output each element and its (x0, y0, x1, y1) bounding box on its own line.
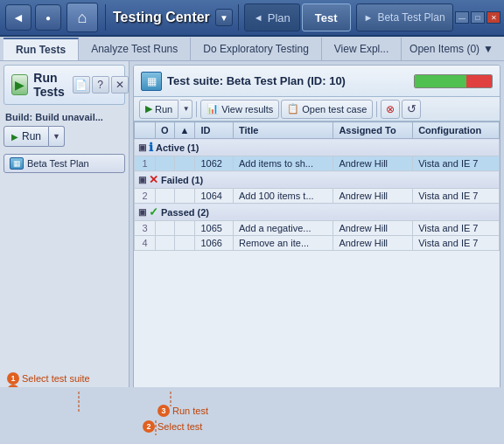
table-row[interactable]: 3 1065 Add a negative... Andrew Hill Vis… (135, 221, 500, 236)
tab-run-tests[interactable]: Run Tests (4, 38, 79, 60)
row-sort (174, 156, 195, 171)
row-config: Vista and IE 7 (413, 189, 500, 204)
expand-active-icon[interactable]: ▣ (138, 142, 146, 152)
run-dropdown-button[interactable]: ▼ (49, 126, 65, 147)
tab-exploratory[interactable]: Do Exploratory Testing (191, 38, 322, 60)
section-active-label: ▣ ℹ Active (1) (135, 139, 500, 156)
col-id[interactable]: ID (195, 122, 234, 139)
table-header-row: O ▲ ID Title Assigned To Configuration (135, 122, 500, 139)
expand-passed-icon[interactable]: ▣ (138, 207, 146, 217)
tab-view-expl-label: View Expl... (334, 43, 388, 55)
open-test-case-button[interactable]: 📋 Open test case (281, 100, 373, 119)
plan-arrow-icon: ◄ (254, 12, 263, 23)
home-button[interactable]: ⌂ (66, 3, 98, 32)
tests-grid: O ▲ ID Title Assigned To Configuration ▣ (134, 121, 500, 251)
test-label: Test (315, 11, 338, 24)
suite-header-icon: ▦ (141, 72, 162, 91)
nav-separator2 (238, 4, 239, 31)
plan-label: Plan (268, 11, 290, 24)
toolbar-run-dropdown[interactable]: ▼ (180, 100, 192, 119)
right-panel: ▦ Test suite: Beta Test Plan (ID: 10) ▶ … (133, 65, 500, 441)
run-tests-title: Run Tests (33, 71, 72, 99)
suite-icon: ▦ (10, 157, 24, 170)
toolbar-run-label: Run (155, 104, 172, 114)
run-tests-icon: ▶ (11, 74, 28, 95)
suite-item[interactable]: ▦ Beta Test Plan (4, 154, 125, 173)
tab-analyze[interactable]: Analyze Test Runs (79, 38, 191, 60)
callout-2-number: 2 (7, 397, 19, 409)
minimize-button[interactable]: — (455, 11, 469, 24)
row-num: 2 (135, 189, 156, 204)
title-dropdown-button[interactable]: ▼ (215, 9, 233, 26)
row-sort (174, 221, 195, 236)
suite-label: Beta Test Plan (27, 158, 89, 169)
tab-view-expl[interactable]: View Expl... (322, 38, 402, 60)
open-test-icon: 📋 (287, 103, 299, 114)
tab-open-items[interactable]: Open Items (0) ▼ (402, 39, 500, 59)
help-button[interactable]: ? (92, 76, 109, 94)
callout-3-text: Run test (22, 385, 58, 396)
section-passed: ▣ ✓ Passed (2) (135, 204, 500, 221)
row-o (156, 221, 175, 236)
row-num: 3 (135, 221, 156, 236)
tab-exploratory-label: Do Exploratory Testing (203, 43, 309, 55)
forward-button[interactable]: ● (35, 4, 61, 31)
row-config: Vista and IE 7 (413, 221, 500, 236)
row-o (156, 156, 175, 171)
row-assigned: Andrew Hill (333, 221, 413, 236)
section-active: ▣ ℹ Active (1) (135, 139, 500, 156)
col-sort[interactable]: ▲ (174, 122, 195, 139)
row-id: 1066 (195, 236, 234, 251)
refresh-button[interactable]: ↺ (402, 100, 421, 119)
close-window-button[interactable]: ✕ (486, 11, 500, 24)
play-icon: ▶ (11, 132, 18, 142)
view-results-button[interactable]: 📊 View results (200, 100, 279, 119)
progress-red (466, 75, 492, 87)
test-table[interactable]: O ▲ ID Title Assigned To Configuration ▣ (134, 121, 500, 440)
table-row[interactable]: 4 1066 Remove an ite... Andrew Hill Vist… (135, 236, 500, 251)
table-row[interactable]: 2 1064 Add 100 items t... Andrew Hill Vi… (135, 189, 500, 204)
row-config: Vista and IE 7 (413, 236, 500, 251)
stop-button[interactable]: ⊗ (381, 100, 400, 119)
app-title: Testing Center (113, 10, 210, 25)
toolbar-run-button[interactable]: ▶ Run (139, 100, 178, 119)
row-sort (174, 236, 195, 251)
maximize-button[interactable]: □ (471, 11, 485, 24)
test-button[interactable]: Test (302, 3, 351, 31)
col-num (135, 122, 156, 139)
view-results-label: View results (221, 104, 273, 114)
callout-1-text: Select test suite (22, 373, 90, 384)
col-title[interactable]: Title (233, 122, 332, 139)
col-config[interactable]: Configuration (413, 122, 500, 139)
row-o (156, 236, 175, 251)
callout-3-number: 3 (7, 385, 19, 397)
row-title: Add items to sh... (233, 156, 332, 171)
window-controls: — □ ✕ (455, 11, 500, 24)
run-button[interactable]: ▶ Run (4, 126, 49, 147)
run-label: Run (22, 130, 41, 142)
expand-failed-icon[interactable]: ▣ (138, 175, 146, 184)
heading-icon-area: ▶ Run Tests (11, 71, 73, 99)
suite-header: ▦ Test suite: Beta Test Plan (ID: 10) (134, 66, 500, 97)
table-row[interactable]: 1 1062 Add items to sh... Andrew Hill Vi… (135, 156, 500, 171)
run-controls: ▶ Run ▼ (4, 126, 125, 147)
stop-icon: ⊗ (386, 103, 395, 115)
back-button[interactable]: ◄ (5, 4, 32, 31)
view-results-icon: 📊 (206, 103, 219, 114)
row-id: 1062 (195, 156, 234, 171)
row-title: Add 100 items t... (233, 189, 332, 204)
run-tests-heading: ▶ Run Tests 📄 ? ✕ (4, 65, 125, 105)
section-passed-label: ▣ ✓ Passed (2) (135, 204, 500, 221)
close-panel-button[interactable]: ✕ (111, 76, 129, 94)
toolbar-separator2 (376, 101, 377, 117)
col-assigned[interactable]: Assigned To (333, 122, 413, 139)
callout-1: 1 Select test suite (7, 372, 90, 385)
plan-button[interactable]: ◄ Plan (244, 3, 300, 31)
document-icon-button[interactable]: 📄 (73, 76, 90, 94)
beta-arrow-icon: ► (364, 12, 374, 23)
tab-run-tests-label: Run Tests (16, 44, 66, 56)
tab-open-items-label: Open Items (0) (410, 43, 480, 55)
beta-plan-button[interactable]: ► Beta Test Plan (356, 3, 453, 31)
callout-1-number: 1 (7, 372, 19, 385)
row-id: 1064 (195, 189, 234, 204)
